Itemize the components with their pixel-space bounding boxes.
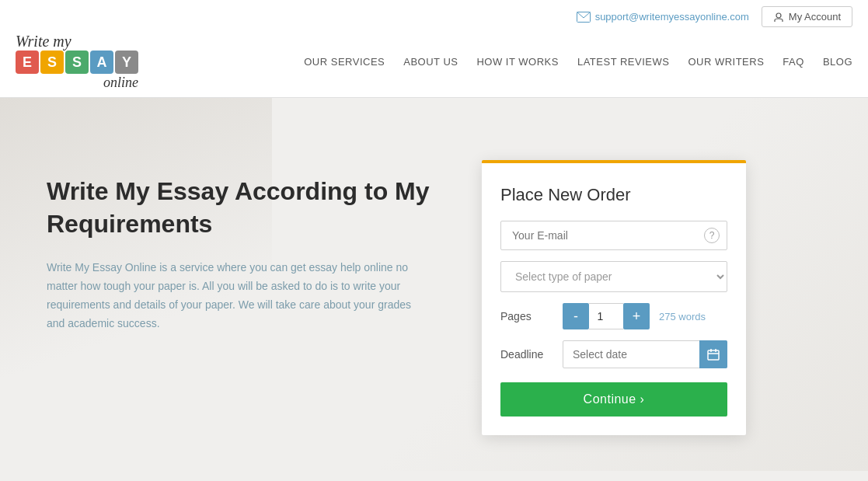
pages-controls: - + [563, 303, 650, 329]
header: support@writemyessayonline.com My Accoun… [0, 0, 868, 98]
email-group: ? [500, 221, 727, 250]
logo-letter-s1: S [40, 51, 64, 74]
order-form-card: Place New Order ? Select type of paper P… [482, 160, 746, 435]
paper-type-select[interactable]: Select type of paper [500, 261, 727, 292]
deadline-row: Deadline [500, 340, 727, 368]
calendar-icon [707, 348, 720, 361]
logo-letter-e: E [16, 51, 39, 74]
nav-our-services[interactable]: OUR SERVICES [304, 56, 385, 68]
email-link[interactable]: support@writemyessayonline.com [577, 11, 749, 23]
my-account-label: My Account [789, 11, 841, 23]
svg-point-1 [776, 13, 781, 18]
deadline-input-wrapper [563, 340, 727, 368]
nav-faq[interactable]: FAQ [783, 56, 804, 68]
pages-row: Pages - + 275 words [500, 303, 727, 329]
logo-bottom: online [16, 75, 138, 89]
deadline-label: Deadline [500, 348, 563, 361]
help-icon[interactable]: ? [704, 228, 720, 243]
nav-our-writers[interactable]: OUR WRITERS [688, 56, 764, 68]
continue-button[interactable]: Continue › [500, 382, 727, 417]
hero-description: Write My Essay Online is a service where… [47, 259, 420, 333]
pages-plus-button[interactable]: + [623, 303, 650, 329]
order-form-title: Place New Order [500, 185, 727, 205]
calendar-button[interactable] [699, 340, 727, 368]
account-icon [773, 12, 784, 23]
email-icon [577, 12, 591, 23]
logo-top: Write my [16, 33, 138, 49]
nav-latest-reviews[interactable]: LATEST REVIEWS [577, 56, 670, 68]
pages-minus-button[interactable]: - [563, 303, 589, 329]
nav-how-it-works[interactable]: HOW IT WORKS [476, 56, 558, 68]
header-main: Write my E S S A Y online OUR SERVICES A… [16, 30, 852, 97]
logo-letters: E S S A Y [16, 51, 138, 74]
my-account-button[interactable]: My Account [762, 6, 852, 27]
email-text: support@writemyessayonline.com [595, 11, 749, 23]
logo-letter-s2: S [65, 51, 89, 74]
order-form-container: Place New Order ? Select type of paper P… [482, 145, 746, 440]
header-top: support@writemyessayonline.com My Accoun… [16, 0, 852, 30]
pages-label: Pages [500, 310, 563, 322]
email-input[interactable] [500, 221, 727, 250]
hero-title: Write My Essay According to My Requireme… [47, 176, 482, 240]
nav-about-us[interactable]: ABOUT US [403, 56, 458, 68]
pages-input[interactable] [589, 303, 623, 329]
email-input-wrapper: ? [500, 221, 727, 250]
paper-type-group: Select type of paper [500, 261, 727, 292]
logo-letter-a: A [90, 51, 113, 74]
svg-rect-2 [708, 350, 719, 360]
main-nav: OUR SERVICES ABOUT US HOW IT WORKS LATES… [304, 56, 852, 68]
hero-text: Write My Essay According to My Requireme… [47, 145, 482, 440]
logo-letter-y: Y [115, 51, 138, 74]
main-section: Write My Essay According to My Requireme… [0, 98, 868, 471]
pages-words: 275 words [659, 311, 706, 322]
logo: Write my E S S A Y online [16, 33, 138, 89]
nav-blog[interactable]: BLOG [823, 56, 852, 68]
